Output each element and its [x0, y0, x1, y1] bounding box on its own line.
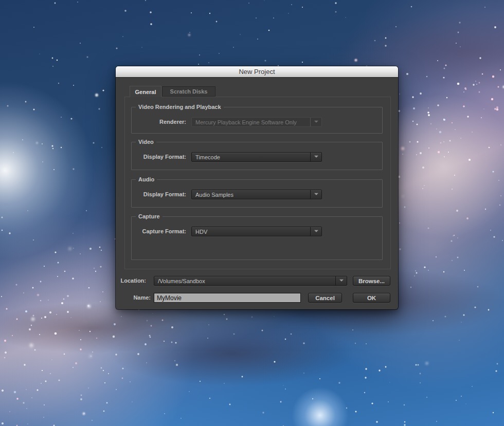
dropdown-arrow-icon — [310, 190, 321, 199]
section-audio: Audio Display Format: Audio Samples — [131, 179, 383, 208]
dropdown-arrow-icon — [310, 118, 321, 126]
dropdown-arrow-icon — [310, 227, 321, 236]
capture-format-dropdown[interactable]: HDV — [191, 227, 322, 236]
video-display-format-value: Timecode — [192, 154, 310, 160]
dialog-titlebar[interactable]: New Project — [116, 66, 398, 78]
renderer-dropdown: Mercury Playback Engine Software Only — [191, 117, 322, 127]
location-value: /Volumes/Sandbox — [154, 278, 335, 284]
renderer-label: Renderer: — [132, 117, 186, 127]
tab-scratch-disks[interactable]: Scratch Disks — [162, 86, 215, 97]
cancel-button[interactable]: Cancel — [308, 293, 342, 303]
general-tab-panel: Video Rendering and Playback Renderer: M… — [124, 97, 391, 269]
browse-button[interactable]: Browse... — [353, 276, 390, 286]
name-label: Name: — [116, 293, 151, 303]
cancel-button-label: Cancel — [315, 295, 335, 301]
section-legend: Audio — [136, 176, 157, 183]
dropdown-arrow-icon — [310, 153, 321, 161]
capture-format-value: HDV — [192, 229, 310, 235]
tab-scratch-disks-label: Scratch Disks — [170, 88, 208, 95]
name-input[interactable] — [154, 293, 301, 303]
capture-format-label: Capture Format: — [132, 227, 186, 236]
location-dropdown[interactable]: /Volumes/Sandbox — [154, 276, 347, 286]
audio-display-format-label: Display Format: — [132, 190, 186, 199]
dialog-title: New Project — [239, 68, 275, 76]
tab-general-label: General — [135, 89, 156, 95]
audio-display-format-value: Audio Samples — [192, 192, 310, 198]
audio-display-format-dropdown[interactable]: Audio Samples — [191, 190, 322, 199]
section-legend: Video — [136, 139, 156, 145]
tab-general[interactable]: General — [130, 86, 161, 97]
video-display-format-dropdown[interactable]: Timecode — [191, 152, 322, 162]
section-capture: Capture Capture Format: HDV — [131, 216, 383, 260]
renderer-value: Mercury Playback Engine Software Only — [192, 119, 310, 125]
ok-button-label: OK — [367, 295, 376, 301]
section-video-rendering-and-playback: Video Rendering and Playback Renderer: M… — [131, 107, 383, 134]
video-display-format-label: Display Format: — [132, 152, 186, 162]
location-label: Location: — [116, 276, 146, 286]
section-legend: Video Rendering and Playback — [136, 104, 224, 110]
ok-button[interactable]: OK — [353, 293, 390, 303]
section-legend: Capture — [136, 213, 163, 220]
section-video: Video Display Format: Timecode — [131, 142, 383, 170]
new-project-dialog: New Project General Scratch Disks Video … — [116, 66, 398, 309]
dropdown-arrow-icon — [335, 276, 347, 285]
browse-button-label: Browse... — [358, 278, 385, 284]
stars-layer-glow — [0, 0, 1, 1]
